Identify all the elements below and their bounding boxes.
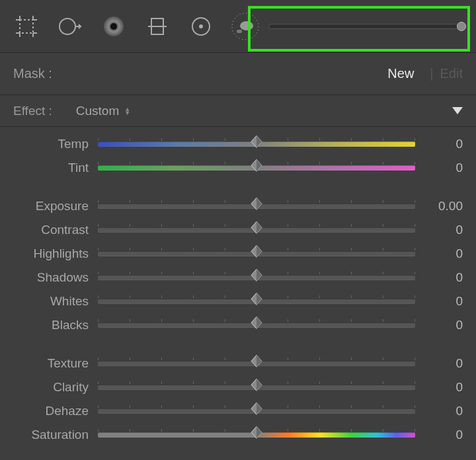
- slider-saturation[interactable]: [98, 432, 415, 438]
- slider-label-temp: Temp: [13, 137, 98, 151]
- slider-thumb-tint[interactable]: [250, 159, 263, 175]
- slider-thumb-whites[interactable]: [250, 292, 263, 309]
- slider-value-blacks: 0: [415, 318, 463, 332]
- panel-disclosure-triangle-icon[interactable]: [452, 107, 463, 114]
- slider-label-exposure: Exposure: [13, 199, 98, 213]
- effect-row: Effect : Custom ▲▼: [0, 95, 476, 127]
- slider-label-shadows: Shadows: [13, 270, 98, 285]
- slider-value-shadows: 0: [415, 270, 463, 285]
- slider-row-tint: Tint0: [13, 156, 463, 180]
- slider-value-whites: 0: [415, 294, 463, 309]
- effect-preset-dropdown[interactable]: Custom ▲▼: [76, 104, 130, 118]
- slider-thumb-clarity[interactable]: [250, 378, 263, 395]
- slider-label-tint: Tint: [13, 161, 98, 175]
- slider-row-blacks: Blacks0: [13, 313, 463, 337]
- updown-icon: ▲▼: [124, 107, 130, 115]
- effect-label: Effect :: [13, 104, 52, 118]
- slider-texture[interactable]: [98, 361, 415, 366]
- svg-point-9: [60, 19, 75, 34]
- slider-row-texture: Texture0: [13, 352, 463, 375]
- slider-whites[interactable]: [98, 299, 415, 304]
- slider-row-whites: Whites0: [13, 289, 463, 313]
- redeye-tool-icon[interactable]: [99, 12, 128, 41]
- svg-point-15: [200, 25, 202, 28]
- slider-row-contrast: Contrast0: [13, 218, 463, 242]
- svg-rect-0: [20, 20, 33, 33]
- slider-temp[interactable]: [98, 141, 415, 147]
- slider-clarity[interactable]: [98, 385, 415, 390]
- slider-label-saturation: Saturation: [13, 428, 98, 442]
- svg-point-17: [240, 21, 253, 30]
- slider-thumb-exposure[interactable]: [250, 197, 263, 213]
- slider-row-exposure: Exposure0.00: [13, 194, 463, 218]
- slider-dehaze[interactable]: [98, 408, 415, 414]
- graduated-filter-tool-icon[interactable]: [143, 12, 172, 41]
- spot-removal-tool-icon[interactable]: [56, 12, 85, 41]
- slider-thumb-texture[interactable]: [250, 354, 263, 371]
- adjustment-brush-tool-icon[interactable]: [230, 11, 260, 42]
- brush-size-slider-thumb[interactable]: [457, 22, 466, 31]
- mask-new-button[interactable]: New: [387, 66, 414, 81]
- slider-thumb-dehaze[interactable]: [250, 402, 263, 418]
- mask-separator: |: [430, 66, 433, 81]
- slider-shadows[interactable]: [98, 275, 415, 280]
- slider-contrast[interactable]: [98, 227, 415, 233]
- slider-thumb-highlights[interactable]: [250, 245, 263, 261]
- brush-tool-area: [230, 12, 464, 41]
- slider-row-dehaze: Dehaze0: [13, 399, 463, 423]
- slider-value-saturation: 0: [415, 428, 463, 442]
- slider-row-saturation: Saturation0: [13, 423, 463, 447]
- mask-row: Mask : New | Edit: [0, 53, 476, 95]
- svg-rect-18: [237, 30, 242, 33]
- radial-filter-tool-icon[interactable]: [186, 12, 216, 41]
- mask-edit-button: Edit: [440, 66, 463, 81]
- svg-point-11: [110, 23, 117, 30]
- mask-label: Mask :: [13, 66, 52, 81]
- slider-label-whites: Whites: [13, 294, 98, 309]
- slider-label-highlights: Highlights: [13, 247, 98, 261]
- slider-row-clarity: Clarity0: [13, 375, 463, 399]
- slider-thumb-blacks[interactable]: [250, 316, 263, 332]
- slider-label-clarity: Clarity: [13, 380, 98, 395]
- slider-value-clarity: 0: [415, 380, 463, 395]
- slider-value-temp: 0: [415, 137, 463, 151]
- slider-label-contrast: Contrast: [13, 223, 98, 237]
- slider-thumb-temp[interactable]: [250, 135, 263, 151]
- slider-value-highlights: 0: [415, 247, 463, 261]
- slider-tint[interactable]: [98, 165, 415, 171]
- slider-value-exposure: 0.00: [415, 199, 463, 213]
- slider-label-dehaze: Dehaze: [13, 404, 98, 418]
- crop-tool-icon[interactable]: [12, 12, 41, 41]
- annotation-arrow-icon: [0, 447, 476, 460]
- slider-row-temp: Temp0: [13, 132, 463, 156]
- slider-value-dehaze: 0: [415, 404, 463, 418]
- slider-label-blacks: Blacks: [13, 318, 98, 332]
- slider-exposure[interactable]: [98, 204, 415, 209]
- slider-row-shadows: Shadows0: [13, 266, 463, 289]
- slider-value-texture: 0: [415, 356, 463, 371]
- slider-thumb-contrast[interactable]: [250, 221, 263, 237]
- sliders-panel: Temp0Tint0Exposure0.00Contrast0Highlight…: [0, 127, 476, 447]
- slider-thumb-saturation[interactable]: [250, 426, 263, 442]
- slider-blacks[interactable]: [98, 323, 415, 328]
- slider-label-texture: Texture: [13, 356, 98, 371]
- slider-value-contrast: 0: [415, 223, 463, 237]
- brush-size-slider[interactable]: [268, 24, 464, 29]
- local-adjust-toolbar: [0, 0, 476, 53]
- effect-preset-value: Custom: [76, 104, 119, 118]
- slider-highlights[interactable]: [98, 251, 415, 256]
- slider-row-highlights: Highlights0: [13, 242, 463, 266]
- slider-thumb-shadows[interactable]: [250, 268, 263, 285]
- slider-value-tint: 0: [415, 161, 463, 175]
